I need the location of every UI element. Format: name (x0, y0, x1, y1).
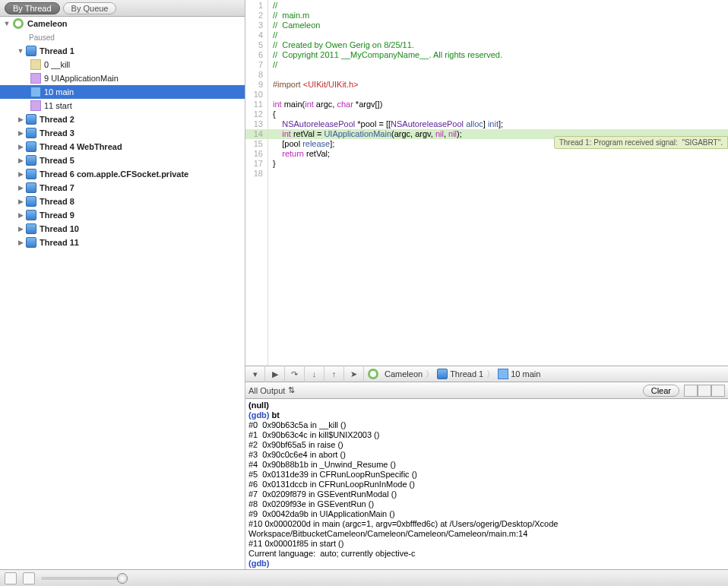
process-state-row: Paused (0, 30, 245, 44)
thread-tree[interactable]: CameleonPausedThread 10 __kill9 UIApplic… (0, 17, 245, 569)
console-line: #2 0x90bf65a5 in raise () (248, 440, 725, 450)
console-line: (gdb) bt (248, 410, 725, 420)
debug-console[interactable]: (null)(gdb) bt#0 0x90b63c5a in __kill ()… (245, 399, 728, 569)
debug-breadcrumb[interactable]: Cameleon 〉 Thread 1 〉 10 main (364, 368, 543, 380)
thread-icon (26, 114, 36, 125)
code-line[interactable]: // (268, 1, 728, 11)
slider-thumb[interactable] (117, 573, 128, 584)
stack-frame-row[interactable]: 0 __kill (0, 58, 245, 71)
svg-point-3 (370, 371, 376, 377)
debug-navigator: By Thread By Queue CameleonPausedThread … (0, 0, 245, 569)
tab-by-thread[interactable]: By Thread (5, 2, 60, 14)
thread-icon (26, 210, 36, 220)
thread-row[interactable]: Thread 11 (0, 236, 245, 249)
code-content[interactable]: //// main.m// Cameleon//// Created by Ow… (268, 0, 728, 366)
code-editor[interactable]: 123456789101112131415161718 //// main.m/… (245, 0, 728, 366)
thread-row[interactable]: Thread 5 (0, 154, 245, 167)
console-line: #3 0x90c0c6e4 in abort () (248, 450, 725, 460)
thread-icon (26, 155, 36, 166)
location-button[interactable]: ➤ (344, 366, 364, 382)
navigator-footer (0, 569, 728, 586)
thread-row[interactable]: Thread 8 (0, 195, 245, 208)
console-view-toggle[interactable] (684, 385, 725, 397)
continue-button[interactable]: ▶ (265, 366, 285, 382)
step-over-button[interactable]: ↷ (285, 366, 305, 382)
code-line[interactable]: int main(int argc, char *argv[]) (268, 100, 728, 109)
stack-frame-row[interactable]: 10 main (0, 85, 245, 99)
disclosure-icon[interactable] (17, 170, 24, 178)
disclosure-icon[interactable] (17, 211, 24, 219)
disclosure-icon[interactable] (17, 47, 24, 55)
process-row[interactable]: Cameleon (0, 17, 245, 30)
disclosure-icon[interactable] (3, 20, 11, 27)
disclosure-icon[interactable] (17, 184, 24, 192)
disclosure-icon[interactable] (17, 129, 24, 137)
code-line[interactable] (268, 169, 728, 179)
footer-button-2[interactable] (23, 572, 35, 584)
signal-callout: Thread 1: Program received signal: "SIGA… (554, 136, 728, 149)
disclosure-icon[interactable] (17, 239, 24, 246)
code-line[interactable]: } (268, 159, 728, 169)
disclosure-icon[interactable] (17, 198, 24, 205)
code-line[interactable] (268, 90, 728, 100)
code-line[interactable]: // main.m (268, 11, 728, 21)
thread-label: Thread 6 com.apple.CFSocket.private (40, 169, 188, 179)
console-line: #7 0x0209f879 in GSEventRunModal () (248, 489, 725, 499)
step-into-button[interactable]: ↓ (305, 366, 324, 382)
console-line: #8 0x0209f93e in GSEventRun () (248, 499, 725, 509)
thread-label: Thread 9 (40, 211, 74, 220)
code-line[interactable]: { (268, 109, 728, 119)
footer-button-1[interactable] (5, 572, 17, 584)
code-line[interactable] (268, 70, 728, 80)
step-out-button[interactable]: ↑ (324, 366, 344, 382)
thread-row[interactable]: Thread 3 (0, 126, 245, 140)
thread-label: Thread 11 (40, 238, 79, 247)
code-line[interactable]: // (268, 30, 728, 40)
code-line[interactable]: // Cameleon (268, 21, 728, 30)
crumb-app: Cameleon (385, 369, 423, 379)
code-line[interactable]: #import <UIKit/UIKit.h> (268, 80, 728, 90)
console-line: #1 0x90b63c4c in kill$UNIX2003 () (248, 430, 725, 440)
console-line: (gdb) (248, 559, 725, 569)
console-line: #9 0x0042da9b in UIApplicationMain () (248, 509, 725, 519)
thread-icon (26, 237, 36, 248)
frame-icon (30, 73, 41, 84)
detail-slider[interactable] (41, 577, 125, 580)
code-line[interactable]: NSAutoreleasePool *pool = [[NSAutoreleas… (268, 119, 728, 129)
disclosure-icon[interactable] (17, 116, 24, 123)
frame-icon (30, 87, 41, 97)
thread-row[interactable]: Thread 9 (0, 208, 245, 222)
thread-row[interactable]: Thread 10 (0, 222, 245, 236)
disclosure-icon[interactable] (17, 143, 24, 150)
stack-frame-row[interactable]: 11 start (0, 99, 245, 112)
code-line[interactable]: // (268, 60, 728, 70)
clear-button[interactable]: Clear (643, 385, 679, 397)
thread-row[interactable]: Thread 4 WebThread (0, 140, 245, 154)
debug-toolbar: ▾ ▶ ↷ ↓ ↑ ➤ Cameleon 〉 Thread 1 〉 10 mai… (245, 366, 728, 382)
frame-icon (498, 369, 508, 379)
thread-row[interactable]: Thread 1 (0, 44, 245, 58)
navigator-tabbar: By Thread By Queue (0, 0, 245, 17)
stack-frame-row[interactable]: 9 UIApplicationMain (0, 71, 245, 85)
console-line: Current language: auto; currently object… (248, 549, 725, 559)
process-state: Paused (29, 33, 55, 42)
editor-pane: 123456789101112131415161718 //// main.m/… (245, 0, 728, 569)
disclosure-icon[interactable] (17, 157, 24, 164)
line-gutter: 123456789101112131415161718 (245, 0, 268, 366)
tab-by-queue[interactable]: By Queue (63, 2, 117, 14)
thread-row[interactable]: Thread 2 (0, 112, 245, 126)
thread-label: Thread 7 (40, 183, 74, 192)
toggle-debug-area-button[interactable]: ▾ (245, 366, 265, 382)
code-line[interactable]: // Copyright 2011 __MyCompanyName__. All… (268, 50, 728, 60)
thread-icon (26, 46, 36, 56)
code-line[interactable]: // Created by Owen Gerig on 8/25/11. (268, 40, 728, 50)
thread-row[interactable]: Thread 7 (0, 181, 245, 195)
thread-row[interactable]: Thread 6 com.apple.CFSocket.private (0, 167, 245, 181)
thread-icon (26, 141, 36, 152)
code-line[interactable]: return retVal; (268, 149, 728, 159)
output-filter-select[interactable]: All Output⇅ (248, 385, 295, 395)
console-line: #0 0x90b63c5a in __kill () (248, 420, 725, 430)
thread-label: Thread 4 WebThread (40, 142, 122, 151)
disclosure-icon[interactable] (17, 225, 24, 233)
thread-icon (26, 196, 36, 207)
